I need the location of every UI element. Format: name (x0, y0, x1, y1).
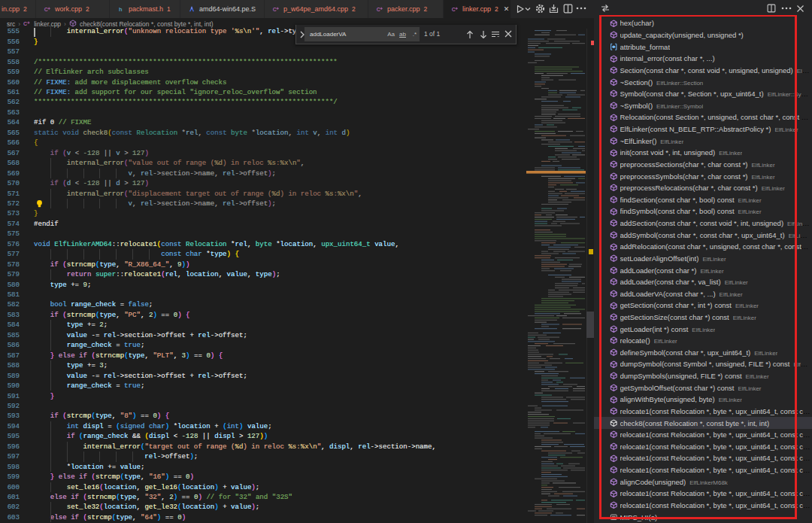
svg-text:C: C (273, 7, 277, 12)
svg-text:h: h (119, 6, 123, 13)
svg-text:C: C (44, 7, 48, 12)
svg-text:C: C (23, 21, 27, 26)
svg-text:C: C (452, 7, 456, 12)
svg-text:C: C (377, 7, 380, 12)
